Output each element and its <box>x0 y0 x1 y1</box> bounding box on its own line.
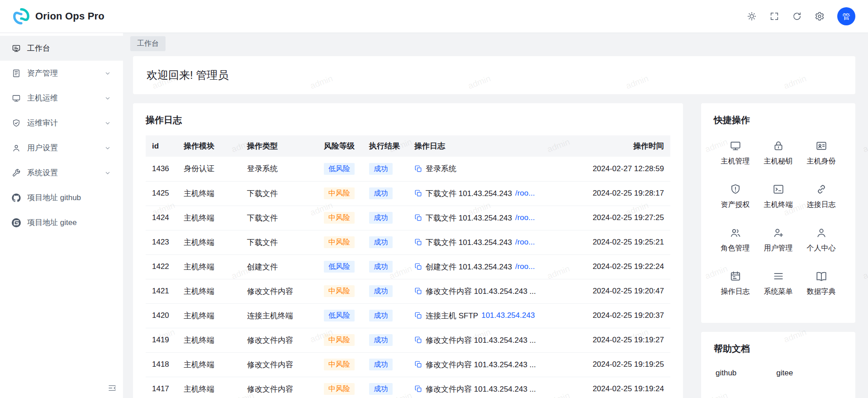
cell-time: 2024-02-25 19:22:24 <box>580 254 670 279</box>
result-badge: 成功 <box>369 261 393 273</box>
sidebar-item-system-settings[interactable]: 系统设置 <box>0 160 123 185</box>
copy-icon[interactable] <box>414 385 422 393</box>
quick-action-system-menu[interactable]: 系统菜单 <box>757 270 800 297</box>
quick-action-label: 资产授权 <box>721 200 750 210</box>
help-docs-card: 帮助文档 githubgitee <box>701 332 855 398</box>
copy-icon[interactable] <box>414 287 422 295</box>
copy-icon[interactable] <box>414 312 422 320</box>
copy-icon[interactable] <box>414 360 422 369</box>
quick-action-label: 主机管理 <box>721 157 750 166</box>
cell-type: 创建文件 <box>241 254 318 279</box>
user-avatar[interactable]: 管 <box>837 7 855 25</box>
log-text: 创建文件 101.43.254.243 <box>426 262 512 272</box>
collapse-sidebar-icon[interactable] <box>108 384 117 393</box>
column-header: 操作类型 <box>241 135 318 157</box>
sidebar-item-project-github[interactable]: 项目地址 github <box>0 185 123 210</box>
gear-icon[interactable] <box>815 11 825 21</box>
risk-badge: 中风险 <box>324 285 355 297</box>
log-link[interactable]: /roo... <box>515 189 535 198</box>
menu-icon <box>773 270 784 282</box>
log-cell: 修改文件内容 101.43.254.243 ... <box>414 360 574 370</box>
quick-action-connection-log[interactable]: 连接日志 <box>800 183 843 210</box>
quick-action-label: 操作日志 <box>721 287 750 297</box>
quick-action-host-terminal[interactable]: 主机终端 <box>757 183 800 210</box>
terminal-icon <box>773 183 784 195</box>
quick-action-host-keys[interactable]: 主机秘钥 <box>757 140 800 166</box>
cell-module: 主机终端 <box>177 206 241 230</box>
log-text: 修改文件内容 101.43.254.243 ... <box>426 360 536 370</box>
quick-action-role-management[interactable]: 角色管理 <box>714 227 757 253</box>
risk-badge: 低风险 <box>324 310 355 321</box>
cell-module: 主机终端 <box>177 328 241 352</box>
quick-action-user-management[interactable]: 用户管理 <box>757 227 800 253</box>
table-row: 1423主机终端下载文件中风险成功下载文件 101.43.254.243/roo… <box>146 230 670 254</box>
log-cell: 创建文件 101.43.254.243/roo... <box>414 262 574 272</box>
fullscreen-icon[interactable] <box>769 11 779 21</box>
log-link[interactable]: /roo... <box>515 238 535 247</box>
quick-action-data-dictionary[interactable]: 数据字典 <box>800 270 843 297</box>
result-badge: 成功 <box>369 359 393 370</box>
cell-time: 2024-02-25 19:27:25 <box>580 206 670 230</box>
log-cell: 下载文件 101.43.254.243/roo... <box>414 237 574 248</box>
cell-type: 连接主机终端 <box>241 303 318 328</box>
quick-action-personal-center[interactable]: 个人中心 <box>800 227 843 253</box>
quick-action-host-identity[interactable]: 主机身份 <box>800 140 843 166</box>
cell-time: 2024-02-25 19:19:24 <box>580 377 670 398</box>
copy-icon[interactable] <box>414 189 422 197</box>
cell-type: 修改文件内容 <box>241 352 318 377</box>
copy-icon[interactable] <box>414 165 422 173</box>
sidebar-item-user-settings[interactable]: 用户设置 <box>0 135 123 160</box>
welcome-card: 欢迎回来! 管理员 <box>133 56 855 94</box>
cell-time: 2024-02-25 19:25:21 <box>580 230 670 254</box>
sidebar-item-label: 项目地址 github <box>27 192 81 203</box>
cell-type: 登录系统 <box>241 157 318 181</box>
table-row: 1419主机终端修改文件内容中风险成功修改文件内容 101.43.254.243… <box>146 328 670 352</box>
quick-action-label: 主机终端 <box>764 200 793 210</box>
operation-log-card: 操作日志 id操作模块操作类型风险等级执行结果操作日志操作时间 1436身份认证… <box>133 103 683 398</box>
tab-workbench[interactable]: 工作台 <box>130 36 166 51</box>
quick-action-asset-authorization[interactable]: 资产授权 <box>714 183 757 210</box>
log-link[interactable]: 101.43.254.243 <box>481 311 535 320</box>
log-link[interactable]: /roo... <box>515 262 535 271</box>
log-card-title: 操作日志 <box>146 114 670 126</box>
shield-icon <box>730 183 741 195</box>
sidebar-item-asset-management[interactable]: 资产管理 <box>0 61 123 86</box>
quick-action-operation-log[interactable]: 操作日志 <box>714 270 757 297</box>
cell-type: 下载文件 <box>241 230 318 254</box>
quick-action-label: 连接日志 <box>807 200 836 210</box>
help-links: githubgitee <box>714 369 843 378</box>
operation-log-table: id操作模块操作类型风险等级执行结果操作日志操作时间 1436身份认证登录系统低… <box>146 135 670 398</box>
risk-badge: 中风险 <box>324 212 355 224</box>
workbench-icon <box>12 44 21 53</box>
log-link[interactable]: /roo... <box>515 213 535 222</box>
quick-action-host-management[interactable]: 主机管理 <box>714 140 757 166</box>
copy-icon[interactable] <box>414 336 422 344</box>
brand: Orion Ops Pro <box>13 8 104 25</box>
help-docs-title: 帮助文档 <box>714 343 843 355</box>
column-header: 操作时间 <box>580 135 670 157</box>
copy-icon[interactable] <box>414 263 422 271</box>
refresh-icon[interactable] <box>792 11 802 21</box>
result-badge: 成功 <box>369 187 393 199</box>
cell-time: 2024-02-25 19:19:27 <box>580 328 670 352</box>
help-link-gitee[interactable]: gitee <box>776 369 793 378</box>
cell-id: 1420 <box>146 303 177 328</box>
copy-icon[interactable] <box>414 214 422 222</box>
table-row: 1417主机终端修改文件内容中风险成功修改文件内容 101.43.254.243… <box>146 377 670 398</box>
host-icon <box>12 94 21 103</box>
chevron-down-icon <box>104 70 111 77</box>
help-link-github[interactable]: github <box>716 369 736 378</box>
sidebar-item-ops-audit[interactable]: 运维审计 <box>0 110 123 135</box>
log-text: 连接主机 SFTP <box>426 311 478 321</box>
cell-id: 1418 <box>146 352 177 377</box>
log-cell: 连接主机 SFTP101.43.254.243 <box>414 311 574 321</box>
monitor-icon <box>730 140 741 152</box>
sidebar-item-project-gitee[interactable]: 项目地址 gitee <box>0 210 123 235</box>
copy-icon[interactable] <box>414 238 422 246</box>
sidebar-item-workbench[interactable]: 工作台 <box>0 36 123 61</box>
sidebar-item-host-ops[interactable]: 主机运维 <box>0 86 123 110</box>
chevron-down-icon <box>104 120 111 127</box>
result-badge: 成功 <box>369 383 393 395</box>
sun-icon[interactable] <box>747 11 757 21</box>
idcard-icon <box>816 140 827 152</box>
